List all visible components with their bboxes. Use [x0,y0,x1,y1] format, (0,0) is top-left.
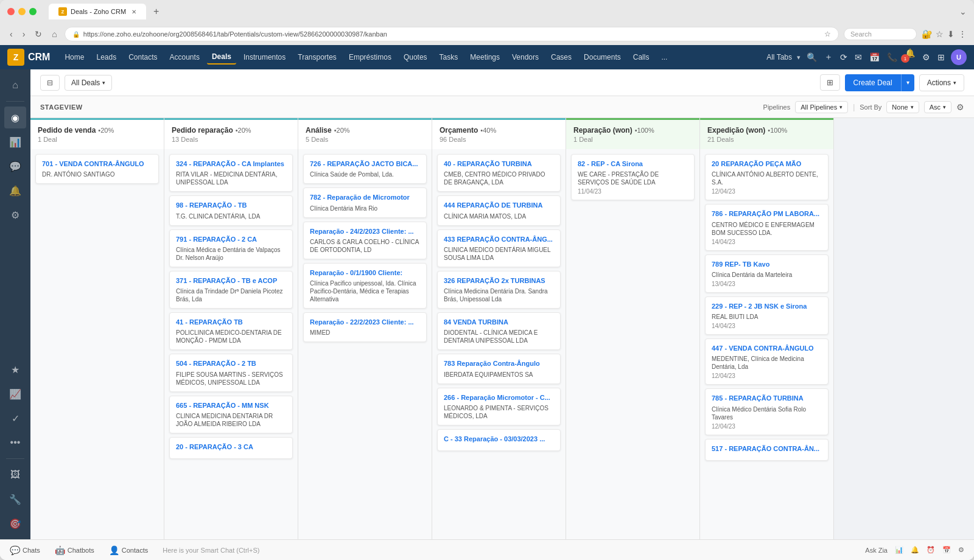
deal-card-1-1[interactable]: 98 - REPARAÇÃO - TBT.G. CLINICA DENTÁRIA… [169,195,293,225]
nav-contacts[interactable]: Contacts [124,51,162,64]
deal-card-2-1[interactable]: 782 - Reparação de MicromotorClínica Den… [303,187,427,217]
create-deal-button[interactable]: Create Deal [845,74,901,91]
sidebar-star-icon[interactable]: ★ [4,359,26,380]
bottom-icon-2[interactable]: 🔔 [911,546,919,554]
deal-card-3-5[interactable]: 783 Reparação Contra-ÂnguloIBERDATA EQUI… [437,354,561,383]
bottom-icon-3[interactable]: ⏰ [927,546,935,554]
nav-leads[interactable]: Leads [91,51,121,64]
deal-card-2-3[interactable]: Reparação - 0/1/1900 Cliente:Clínica Pac… [303,263,427,309]
browser-search-box[interactable]: Search [844,28,917,40]
nav-tasks[interactable]: Tasks [435,51,463,64]
all-deals-dropdown[interactable]: All Deals ▾ [65,75,112,91]
nav-more[interactable]: ... [656,51,672,64]
nav-cases[interactable]: Cases [546,51,576,64]
deal-card-1-0[interactable]: 324 - REPARAÇÃO - CA ImplantesRITA VILAR… [169,154,293,192]
bottom-contacts[interactable]: 👤 Contacts [109,545,148,555]
bottom-chats[interactable]: 💬 Chats [10,545,40,555]
url-bar[interactable]: 🔒 https://one.zoho.eu/zohoone/org2008568… [65,27,839,41]
sort-by-select[interactable]: None ▾ [886,101,919,113]
close-button[interactable] [7,8,15,15]
filter-button[interactable]: ⊟ [40,75,60,91]
notification-icon[interactable]: 🔔1 [903,47,916,68]
settings-nav-icon[interactable]: ⚙ [921,51,931,63]
maximize-button[interactable] [29,8,37,15]
extensions-icon[interactable]: 🔐 [922,29,932,39]
bottom-chatbots[interactable]: 🤖 Chatbots [55,545,94,555]
nav-deals[interactable]: Deals [207,50,236,65]
active-tab[interactable]: Z Deals - Zoho CRM ✕ [49,4,146,19]
deal-card-1-2[interactable]: 791 - REPARAÇÃO - 2 CAClínica Médica e D… [169,229,293,267]
deal-card-5-5[interactable]: 785 - REPARAÇÃO TURBINAClínica Médico De… [705,388,829,435]
nav-accounts[interactable]: Accounts [165,51,205,64]
deal-card-2-4[interactable]: Reparação - 22/2/2023 Cliente: ...MIMED [303,312,427,342]
bottom-icon-4[interactable]: 📅 [942,546,951,554]
sidebar-analytics-icon[interactable]: 📈 [4,383,26,405]
deal-card-4-0[interactable]: 82 - REP - CA SironaWE CARE - PRESTAÇÃO … [571,154,695,200]
asc-select[interactable]: Asc ▾ [924,101,951,113]
reload-button[interactable]: ↻ [32,28,44,40]
nav-home[interactable]: Home [60,51,89,64]
deal-card-1-5[interactable]: 504 - REPARAÇÃO - 2 TBFILIPE SOUSA MARTI… [169,354,293,391]
bottom-icon-1[interactable]: 📊 [895,546,903,554]
deal-card-5-1[interactable]: 786 - REPARAÇÃO PM LABORA...CENTRO MÉDIC… [705,204,829,250]
ask-zia-label[interactable]: Ask Zia [865,547,888,554]
nav-meetings[interactable]: Meetings [465,51,505,64]
bottom-icon-5[interactable]: ⚙ [958,546,964,554]
pipelines-select[interactable]: All Pipelines ▾ [795,101,848,113]
sidebar-tool-icon[interactable]: 🔧 [4,488,26,510]
deal-card-5-6[interactable]: 517 - REPARAÇÃO CONTRA-ÂN... [705,439,829,461]
sidebar-chat-icon[interactable]: 💬 [4,155,26,177]
deal-card-1-4[interactable]: 41 - REPARAÇÃO TBPOLICLINICA MEDICO-DENT… [169,312,293,350]
back-button[interactable]: ‹ [7,28,15,40]
create-deal-arrow-button[interactable]: ▾ [901,74,914,91]
add-nav-icon[interactable]: ＋ [823,51,834,64]
phone-nav-icon[interactable]: 📞 [886,51,899,63]
deal-card-3-3[interactable]: 326 REPARAÇÃO 2x TURBINASClínica Medicin… [437,271,561,309]
sidebar-gear-icon[interactable]: ⚙ [4,204,26,226]
sidebar-chart-icon[interactable]: 📊 [4,131,26,153]
tab-close-icon[interactable]: ✕ [131,9,136,15]
deal-card-5-3[interactable]: 229 - REP - 2 JB NSK e SironaREAL BIUTI … [705,296,829,335]
sidebar-target-icon[interactable]: 🎯 [4,513,26,534]
actions-button[interactable]: Actions ▾ [919,74,964,91]
download-icon[interactable]: ⬇ [947,29,955,39]
refresh-nav-icon[interactable]: ⟳ [839,51,849,63]
deal-card-3-6[interactable]: 266 - Reparação Micromotor - C...LEONARD… [437,388,561,425]
sidebar-bell-icon[interactable]: 🔔 [4,180,26,201]
deal-card-3-7[interactable]: C - 33 Reparação - 03/03/2023 ... [437,429,561,451]
apps-nav-icon[interactable]: ⊞ [936,51,946,63]
star-icon[interactable]: ☆ [824,30,831,38]
menu-icon[interactable]: ⋮ [958,29,967,39]
deal-card-5-2[interactable]: 789 REP- TB KavoClínica Dentária da Mart… [705,254,829,293]
all-tabs-link[interactable]: All Tabs [766,53,792,61]
sidebar-view-icon[interactable]: ◉ [4,107,26,128]
deal-card-2-2[interactable]: Reparação - 24/2/2023 Cliente: ...CARLOS… [303,222,427,259]
nav-documents[interactable]: Documents [579,51,626,64]
nav-quotes[interactable]: Quotes [399,51,432,64]
home-button[interactable]: ⌂ [49,28,59,40]
sidebar-home-icon[interactable]: ⌂ [4,74,26,96]
deal-card-2-0[interactable]: 726 - REPARAÇÃO JACTO BICA...Clínica Saú… [303,154,427,184]
window-controls[interactable]: ⌄ [959,7,967,16]
email-nav-icon[interactable]: ✉ [853,51,863,63]
deal-card-3-1[interactable]: 444 REPARAÇÃO DE TURBINACLÍNICA MARIA MA… [437,195,561,225]
deal-card-0-0[interactable]: 701 - VENDA CONTRA-ÂNGULODR. ANTÓNIO SAN… [35,154,159,184]
nav-vendors[interactable]: Vendors [507,51,544,64]
deal-card-3-2[interactable]: 433 REPARAÇÃO CONTRA-ÂNG...CLINICA MEDIC… [437,229,561,267]
nav-calls[interactable]: Calls [628,51,654,64]
new-tab-button[interactable]: + [149,4,164,19]
kanban-settings-icon[interactable]: ⚙ [956,102,964,112]
deal-card-3-0[interactable]: 40 - REPARAÇÃO TURBINACMEB, CENTRO MÉDIC… [437,154,561,192]
sidebar-check-icon[interactable]: ✓ [4,407,26,429]
bookmark-icon[interactable]: ☆ [936,29,944,39]
sidebar-image-icon[interactable]: 🖼 [4,464,26,486]
deal-card-5-0[interactable]: 20 REPARAÇÃO PEÇA MÃOCLÍNICA ANTÓNIO ALB… [705,154,829,200]
deal-card-1-6[interactable]: 665 - REPARAÇÃO - MM NSKCLINICA MEDICINA… [169,396,293,433]
minimize-button[interactable] [18,8,26,15]
sidebar-dots-icon[interactable]: ••• [4,432,26,453]
user-avatar[interactable]: U [951,49,967,65]
nav-instrumentos[interactable]: Instrumentos [239,51,290,64]
sort-view-button[interactable]: ⊞ [820,74,840,91]
forward-button[interactable]: › [20,28,28,40]
deal-card-3-4[interactable]: 84 VENDA TURBINADIODENTAL - CLÍNICA MEDI… [437,312,561,350]
